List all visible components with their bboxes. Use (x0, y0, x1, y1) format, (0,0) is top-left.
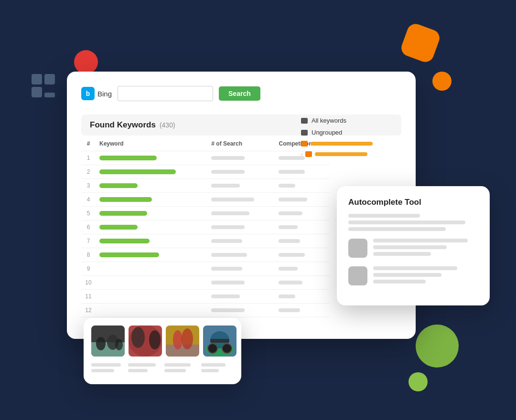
svg-rect-5 (91, 326, 125, 357)
rp-ungrouped[interactable]: Ungrouped (301, 129, 401, 136)
table-header-row: # Keyword # of Search Competition (81, 136, 330, 151)
found-keywords-count: (430) (160, 121, 175, 129)
row-keyword (96, 276, 207, 290)
rp-bar-1-bar (311, 142, 373, 146)
img-line-1-2 (91, 369, 114, 372)
row-search (207, 151, 275, 165)
row-num: 9 (81, 262, 96, 276)
ac-item-2 (348, 266, 478, 286)
ac-item-1-line-2 (373, 245, 447, 249)
row-search (207, 248, 275, 262)
rp-bar-2-bar (315, 152, 367, 156)
bing-logo: b Bing (81, 87, 112, 100)
rp-all-keywords[interactable]: All keywords (301, 117, 401, 124)
row-search (207, 276, 275, 290)
row-num: 1 (81, 151, 96, 165)
row-num: 6 (81, 220, 96, 234)
rp-bar-1 (301, 141, 401, 147)
row-search (207, 207, 275, 220)
deco-orange-rect (399, 21, 442, 64)
row-competition (275, 220, 330, 234)
found-keywords-title: Found Keywords (90, 120, 156, 130)
deco-green-small (408, 372, 428, 391)
row-keyword (96, 234, 207, 248)
img-line-3-2 (164, 369, 186, 372)
table-row: 12 (81, 304, 330, 317)
row-keyword (96, 248, 207, 262)
svg-rect-10 (129, 326, 162, 357)
img-line-4-2 (201, 369, 219, 372)
row-keyword (96, 304, 207, 317)
row-competition (275, 179, 330, 193)
row-num: 7 (81, 234, 96, 248)
row-keyword (96, 151, 207, 165)
img-lines-col-4 (201, 363, 234, 375)
ac-item-1-line-1 (373, 239, 468, 242)
deco-green-large (416, 325, 459, 368)
deco-red-circle (74, 50, 98, 74)
svg-rect-22 (203, 326, 236, 357)
search-input[interactable] (118, 86, 213, 101)
sport-image-basketball (129, 326, 162, 357)
row-num: 3 (81, 179, 96, 193)
ac-item-2-line-2 (373, 273, 441, 277)
img-line-2-2 (128, 369, 148, 372)
sidebar-logo (32, 74, 55, 97)
logo-cell-4 (44, 93, 55, 97)
table-row: 2 (81, 165, 330, 179)
right-panel: All keywords Ungrouped › (301, 117, 401, 162)
col-keyword: Keyword (96, 136, 207, 151)
autocomplete-lines (348, 214, 478, 231)
ac-item-2-line-1 (373, 266, 457, 270)
table-row: 7 (81, 234, 330, 248)
folder-icon-orange-1 (301, 141, 308, 147)
row-num: 12 (81, 304, 96, 317)
ac-item-1-line-3 (373, 252, 431, 256)
row-keyword (96, 179, 207, 193)
table-row: 3 (81, 179, 330, 193)
folder-icon-orange-2 (305, 151, 312, 157)
bing-icon: b (81, 87, 95, 100)
search-button[interactable]: Search (219, 86, 260, 101)
ac-item-2-line-3 (373, 280, 426, 284)
row-search (207, 193, 275, 207)
row-num: 8 (81, 248, 96, 262)
ac-line-3 (348, 227, 446, 231)
table-row: 5 (81, 207, 330, 220)
row-competition (275, 234, 330, 248)
row-competition (275, 165, 330, 179)
col-num-search: # of Search (207, 136, 275, 151)
row-num: 5 (81, 207, 96, 220)
row-competition (275, 290, 330, 304)
rp-all-keywords-label: All keywords (312, 117, 346, 124)
keywords-table: # Keyword # of Search Competition 123456… (81, 136, 330, 317)
row-search (207, 220, 275, 234)
deco-orange-circle (432, 72, 452, 91)
row-num: 4 (81, 193, 96, 207)
img-lines-col-1 (91, 363, 124, 375)
sidebar (24, 74, 62, 102)
logo-cell-1 (32, 74, 42, 84)
row-competition (275, 248, 330, 262)
folder-icon-ungrouped (301, 130, 308, 136)
ac-line-2 (348, 220, 465, 224)
row-num: 11 (81, 290, 96, 304)
image-row (91, 326, 234, 357)
row-competition (275, 207, 330, 220)
img-line-3-1 (164, 363, 191, 367)
table-row: 9 (81, 262, 330, 276)
row-search (207, 165, 275, 179)
img-line-4-1 (201, 363, 226, 367)
bing-label: Bing (97, 90, 112, 98)
table-row: 11 (81, 290, 330, 304)
table-row: 4 (81, 193, 330, 207)
ac-item-2-lines (373, 266, 478, 286)
table-row: 1 (81, 151, 330, 165)
row-keyword (96, 262, 207, 276)
row-keyword (96, 220, 207, 234)
logo-cell-2 (44, 74, 55, 84)
sport-image-dance (166, 326, 199, 357)
row-search (207, 262, 275, 276)
rp-bar-2: › (301, 151, 401, 157)
table-row: 6 (81, 220, 330, 234)
